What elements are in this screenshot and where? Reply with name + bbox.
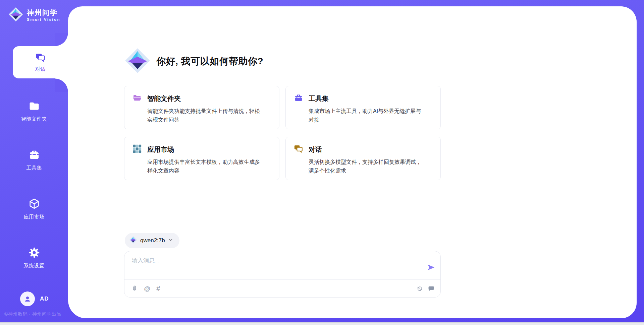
- sidebar-footer: ©神州数码 · 神州问学出品: [4, 311, 61, 317]
- chat-bubbles-icon: [35, 52, 46, 64]
- history-icon: [417, 285, 423, 292]
- greeting-title: 你好, 我可以如何帮助你?: [156, 55, 263, 68]
- grid-icon: [132, 144, 142, 155]
- chat-bubble-icon: [428, 285, 434, 292]
- sidebar-item-settings[interactable]: 系统设置: [0, 247, 68, 269]
- main-content: 你好, 我可以如何帮助你? 智能文件夹 智能文件夹功能支持批量文件上传与清洗，轻…: [124, 0, 441, 325]
- card-smart-folders[interactable]: 智能文件夹 智能文件夹功能支持批量文件上传与清洗，轻松实现文件问答: [124, 86, 279, 129]
- tab-fillet-top: [55, 33, 68, 46]
- paperclip-icon: [131, 285, 138, 292]
- sidebar-item-label: 应用市场: [24, 214, 45, 220]
- model-diamond-icon: [129, 236, 137, 245]
- sidebar-item-label: 对话: [35, 66, 46, 72]
- model-name: qwen2:7b: [140, 237, 165, 244]
- card-description: 智能文件夹功能支持批量文件上传与清洗，轻松实现文件问答: [147, 107, 264, 124]
- brand-subtitle: Smart Vision: [27, 17, 60, 21]
- card-description: 集成市场上主流工具，助力AI与外界无缝扩展与对接: [309, 107, 425, 124]
- user-name: AD: [40, 296, 49, 302]
- sidebar-item-market[interactable]: 应用市场: [0, 198, 68, 220]
- send-icon: [427, 263, 435, 272]
- sidebar-item-label: 系统设置: [24, 263, 45, 269]
- composer-toolbar: @ #: [131, 280, 434, 297]
- card-title: 工具集: [309, 94, 329, 103]
- sidebar-item-label: 工具集: [26, 165, 42, 171]
- chat-bubbles-icon: [294, 144, 303, 155]
- brand-diamond-icon: [8, 7, 23, 23]
- card-toolkit[interactable]: 工具集 集成市场上主流工具，助力AI与外界无缝扩展与对接: [285, 86, 441, 129]
- brand-logo: 神州问学 Smart Vision: [8, 7, 60, 23]
- brand-name: 神州问学: [27, 9, 60, 16]
- feature-cards: 智能文件夹 智能文件夹功能支持批量文件上传与清洗，轻松实现文件问答: [124, 86, 441, 180]
- folder-open-icon: [132, 93, 142, 104]
- sidebar: 神州问学 Smart Vision 对话 智能文件夹: [0, 0, 68, 325]
- toolbox-icon: [28, 149, 40, 162]
- sidebar-item-chat[interactable]: 对话: [13, 46, 68, 78]
- hash-icon: #: [156, 285, 160, 292]
- card-description: 应用市场提供丰富长文本模板，助力高效生成多样化文章内容: [147, 158, 264, 175]
- card-app-market[interactable]: 应用市场 应用市场提供丰富长文本模板，助力高效生成多样化文章内容: [124, 137, 279, 180]
- card-title: 对话: [309, 145, 322, 154]
- send-button[interactable]: [427, 263, 435, 272]
- at-icon: @: [144, 285, 150, 292]
- mention-button[interactable]: @: [144, 285, 150, 292]
- composer: @ #: [124, 251, 441, 298]
- card-title: 智能文件夹: [147, 94, 181, 103]
- chevron-down-icon: [168, 237, 173, 244]
- message-input[interactable]: [131, 256, 418, 277]
- card-description: 灵活切换多模型文件，支持多样回复效果调试，满足个性化需求: [309, 158, 425, 175]
- card-title: 应用市场: [147, 145, 174, 154]
- sidebar-item-folders[interactable]: 智能文件夹: [0, 100, 68, 122]
- history-button[interactable]: [417, 285, 423, 292]
- cube-icon: [28, 198, 40, 211]
- bottom-strip: [0, 322, 644, 325]
- app-window: 神州问学 Smart Vision 对话 智能文件夹: [0, 0, 644, 325]
- tab-fillet-bottom: [55, 78, 68, 92]
- gear-icon: [28, 247, 40, 260]
- sidebar-item-label: 智能文件夹: [21, 116, 47, 122]
- hashtag-button[interactable]: #: [156, 285, 160, 292]
- conversations-button[interactable]: [428, 285, 434, 292]
- folder-icon: [28, 100, 40, 113]
- avatar: [20, 291, 35, 306]
- model-selector[interactable]: qwen2:7b: [125, 233, 179, 248]
- attach-button[interactable]: [131, 285, 138, 292]
- sidebar-item-tools[interactable]: 工具集: [0, 149, 68, 171]
- toolbox-icon: [294, 93, 303, 104]
- greeting: 你好, 我可以如何帮助你?: [124, 47, 263, 75]
- user-profile[interactable]: AD: [20, 291, 49, 306]
- card-chat[interactable]: 对话 灵活切换多模型文件，支持多样回复效果调试，满足个性化需求: [285, 137, 441, 180]
- person-icon: [23, 295, 32, 303]
- greeting-diamond-icon: [124, 47, 151, 75]
